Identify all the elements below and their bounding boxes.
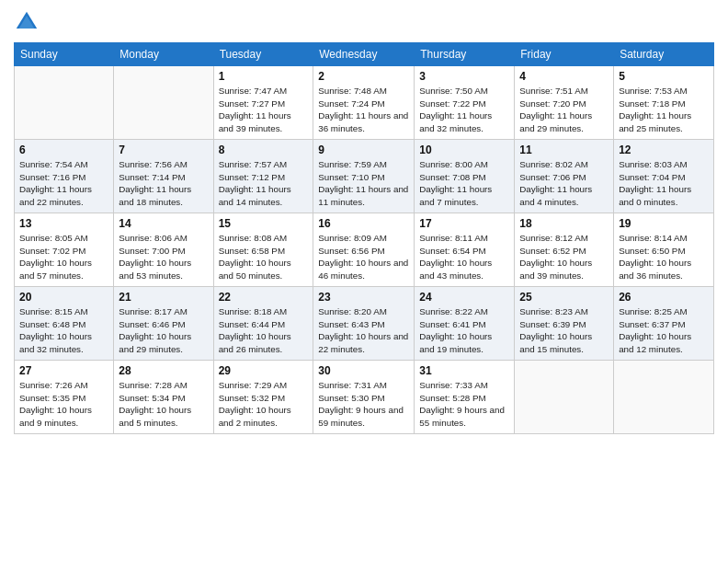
calendar-cell: 15Sunrise: 8:08 AMSunset: 6:58 PMDayligh… (213, 213, 313, 287)
day-detail: Sunrise: 7:26 AMSunset: 5:35 PMDaylight:… (19, 379, 108, 430)
column-header-sunday: Sunday (15, 43, 114, 66)
calendar-cell (614, 361, 714, 434)
day-number: 26 (619, 291, 709, 304)
calendar-cell: 6Sunrise: 7:54 AMSunset: 7:16 PMDaylight… (15, 140, 114, 213)
calendar-cell: 12Sunrise: 8:03 AMSunset: 7:04 PMDayligh… (614, 140, 714, 213)
day-detail: Sunrise: 8:08 AMSunset: 6:58 PMDaylight:… (219, 232, 309, 282)
day-detail: Sunrise: 8:00 AMSunset: 7:08 PMDaylight:… (419, 158, 509, 209)
day-detail: Sunrise: 8:22 AMSunset: 6:41 PMDaylight:… (419, 305, 509, 356)
day-detail: Sunrise: 7:59 AMSunset: 7:10 PMDaylight:… (318, 158, 409, 209)
day-number: 5 (619, 70, 709, 83)
day-number: 14 (119, 217, 208, 230)
day-detail: Sunrise: 8:23 AMSunset: 6:39 PMDaylight:… (519, 305, 609, 356)
day-number: 23 (318, 291, 409, 304)
calendar-cell: 8Sunrise: 7:57 AMSunset: 7:12 PMDaylight… (213, 140, 313, 213)
day-number: 27 (19, 364, 108, 377)
day-detail: Sunrise: 8:14 AMSunset: 6:50 PMDaylight:… (619, 232, 709, 282)
day-detail: Sunrise: 8:11 AMSunset: 6:54 PMDaylight:… (419, 232, 509, 282)
day-detail: Sunrise: 7:29 AMSunset: 5:32 PMDaylight:… (219, 379, 309, 430)
day-detail: Sunrise: 8:25 AMSunset: 6:37 PMDaylight:… (619, 305, 709, 356)
calendar-cell: 17Sunrise: 8:11 AMSunset: 6:54 PMDayligh… (415, 213, 515, 287)
day-number: 1 (219, 70, 309, 83)
day-number: 6 (19, 144, 108, 156)
calendar-header-row: SundayMondayTuesdayWednesdayThursdayFrid… (15, 43, 714, 66)
calendar-cell: 24Sunrise: 8:22 AMSunset: 6:41 PMDayligh… (415, 287, 515, 361)
day-detail: Sunrise: 7:48 AMSunset: 7:24 PMDaylight:… (318, 85, 409, 135)
calendar-cell: 9Sunrise: 7:59 AMSunset: 7:10 PMDaylight… (313, 140, 415, 213)
day-detail: Sunrise: 7:31 AMSunset: 5:30 PMDaylight:… (318, 379, 409, 430)
day-number: 16 (318, 217, 409, 230)
column-header-friday: Friday (515, 43, 614, 66)
calendar-cell (515, 361, 614, 434)
calendar-week-row: 13Sunrise: 8:05 AMSunset: 7:02 PMDayligh… (15, 213, 714, 287)
calendar-cell: 18Sunrise: 8:12 AMSunset: 6:52 PMDayligh… (515, 213, 614, 287)
calendar-week-row: 27Sunrise: 7:26 AMSunset: 5:35 PMDayligh… (15, 361, 714, 434)
day-number: 7 (119, 144, 208, 156)
day-detail: Sunrise: 8:09 AMSunset: 6:56 PMDaylight:… (318, 232, 409, 282)
day-number: 10 (419, 144, 509, 156)
day-number: 24 (419, 291, 509, 304)
day-detail: Sunrise: 8:15 AMSunset: 6:48 PMDaylight:… (19, 305, 108, 356)
day-number: 21 (119, 291, 208, 304)
day-number: 29 (219, 364, 309, 377)
day-number: 31 (419, 364, 509, 377)
day-number: 19 (619, 217, 709, 230)
calendar-week-row: 1Sunrise: 7:47 AMSunset: 7:27 PMDaylight… (15, 66, 714, 140)
day-number: 17 (419, 217, 509, 230)
calendar-cell: 14Sunrise: 8:06 AMSunset: 7:00 PMDayligh… (114, 213, 213, 287)
calendar-page: SundayMondayTuesdayWednesdayThursdayFrid… (0, 0, 728, 563)
day-number: 9 (318, 144, 409, 156)
day-detail: Sunrise: 7:51 AMSunset: 7:20 PMDaylight:… (519, 85, 609, 135)
day-detail: Sunrise: 7:54 AMSunset: 7:16 PMDaylight:… (19, 158, 108, 209)
day-number: 30 (318, 364, 409, 377)
column-header-tuesday: Tuesday (213, 43, 313, 66)
day-detail: Sunrise: 8:17 AMSunset: 6:46 PMDaylight:… (119, 305, 208, 356)
calendar-cell: 2Sunrise: 7:48 AMSunset: 7:24 PMDaylight… (313, 66, 415, 140)
calendar-cell: 16Sunrise: 8:09 AMSunset: 6:56 PMDayligh… (313, 213, 415, 287)
calendar-cell: 31Sunrise: 7:33 AMSunset: 5:28 PMDayligh… (415, 361, 515, 434)
calendar-cell: 23Sunrise: 8:20 AMSunset: 6:43 PMDayligh… (313, 287, 415, 361)
day-detail: Sunrise: 7:28 AMSunset: 5:34 PMDaylight:… (119, 379, 208, 430)
day-detail: Sunrise: 7:50 AMSunset: 7:22 PMDaylight:… (419, 85, 509, 135)
day-detail: Sunrise: 8:18 AMSunset: 6:44 PMDaylight:… (219, 305, 309, 356)
logo-icon (14, 9, 40, 35)
calendar-cell: 13Sunrise: 8:05 AMSunset: 7:02 PMDayligh… (15, 213, 114, 287)
calendar-cell: 22Sunrise: 8:18 AMSunset: 6:44 PMDayligh… (213, 287, 313, 361)
column-header-monday: Monday (114, 43, 213, 66)
day-number: 25 (519, 291, 609, 304)
day-detail: Sunrise: 8:06 AMSunset: 7:00 PMDaylight:… (119, 232, 208, 282)
column-header-thursday: Thursday (415, 43, 515, 66)
calendar-cell: 21Sunrise: 8:17 AMSunset: 6:46 PMDayligh… (114, 287, 213, 361)
calendar-cell: 27Sunrise: 7:26 AMSunset: 5:35 PMDayligh… (15, 361, 114, 434)
day-number: 22 (219, 291, 309, 304)
day-number: 15 (219, 217, 309, 230)
day-detail: Sunrise: 8:12 AMSunset: 6:52 PMDaylight:… (519, 232, 609, 282)
day-detail: Sunrise: 7:57 AMSunset: 7:12 PMDaylight:… (219, 158, 309, 209)
day-detail: Sunrise: 8:20 AMSunset: 6:43 PMDaylight:… (318, 305, 409, 356)
day-detail: Sunrise: 7:56 AMSunset: 7:14 PMDaylight:… (119, 158, 208, 209)
calendar-week-row: 6Sunrise: 7:54 AMSunset: 7:16 PMDaylight… (15, 140, 714, 213)
calendar-cell (114, 66, 213, 140)
day-detail: Sunrise: 7:33 AMSunset: 5:28 PMDaylight:… (419, 379, 509, 430)
day-number: 3 (419, 70, 509, 83)
column-header-wednesday: Wednesday (313, 43, 415, 66)
page-header (14, 9, 714, 35)
calendar-cell: 10Sunrise: 8:00 AMSunset: 7:08 PMDayligh… (415, 140, 515, 213)
calendar-cell: 3Sunrise: 7:50 AMSunset: 7:22 PMDaylight… (415, 66, 515, 140)
calendar-cell: 4Sunrise: 7:51 AMSunset: 7:20 PMDaylight… (515, 66, 614, 140)
calendar-cell: 19Sunrise: 8:14 AMSunset: 6:50 PMDayligh… (614, 213, 714, 287)
calendar-cell: 7Sunrise: 7:56 AMSunset: 7:14 PMDaylight… (114, 140, 213, 213)
day-number: 28 (119, 364, 208, 377)
day-number: 11 (519, 144, 609, 156)
calendar-cell: 25Sunrise: 8:23 AMSunset: 6:39 PMDayligh… (515, 287, 614, 361)
calendar-table: SundayMondayTuesdayWednesdayThursdayFrid… (14, 42, 714, 434)
day-number: 18 (519, 217, 609, 230)
day-detail: Sunrise: 7:47 AMSunset: 7:27 PMDaylight:… (219, 85, 309, 135)
calendar-cell: 20Sunrise: 8:15 AMSunset: 6:48 PMDayligh… (15, 287, 114, 361)
column-header-saturday: Saturday (614, 43, 714, 66)
calendar-cell: 26Sunrise: 8:25 AMSunset: 6:37 PMDayligh… (614, 287, 714, 361)
logo (14, 9, 43, 35)
day-number: 12 (619, 144, 709, 156)
day-number: 20 (19, 291, 108, 304)
day-number: 8 (219, 144, 309, 156)
